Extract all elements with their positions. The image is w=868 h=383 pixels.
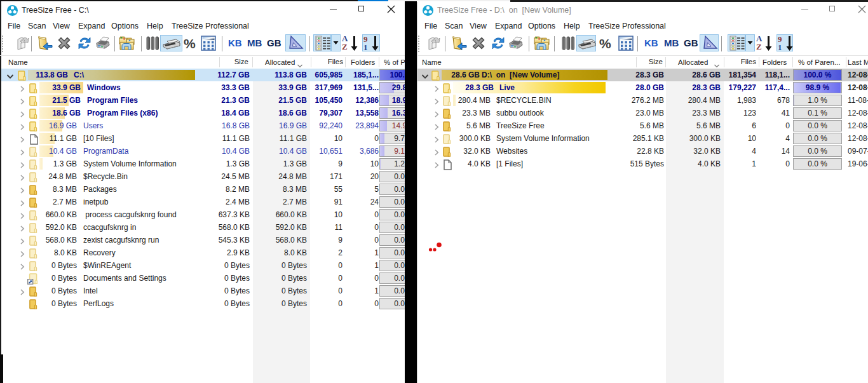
svg-text:Z: Z <box>756 42 762 51</box>
svg-text:Z: Z <box>342 42 348 51</box>
svg-text:1: 1 <box>363 43 368 52</box>
svg-text:1: 1 <box>778 43 782 52</box>
